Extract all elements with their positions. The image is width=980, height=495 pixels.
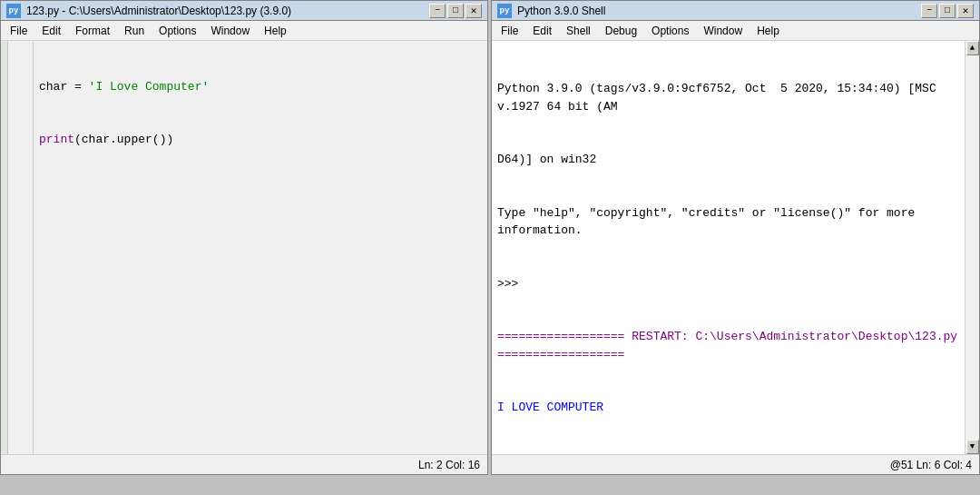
shell-restart-line: ================== RESTART: C:\Users\Adm… <box>497 328 959 363</box>
editor-title: 123.py - C:\Users\Administrator\Desktop\… <box>26 5 291 17</box>
shell-minimize-button[interactable]: − <box>921 4 937 18</box>
editor-menu-format[interactable]: Format <box>70 23 115 39</box>
editor-window-controls: − □ ✕ <box>429 4 482 18</box>
shell-menu-options[interactable]: Options <box>646 23 694 39</box>
shell-window: py Python 3.9.0 Shell − □ ✕ File Edit Sh… <box>491 0 980 475</box>
shell-prompt-1: >>> <box>497 275 959 293</box>
editor-statusbar: Ln: 2 Col: 16 <box>1 454 487 474</box>
editor-code-area[interactable]: char = 'I Love Computer' print(char.uppe… <box>34 41 487 454</box>
editor-minimize-button[interactable]: − <box>429 4 446 18</box>
editor-menu-run[interactable]: Run <box>119 23 150 39</box>
shell-menu-help[interactable]: Help <box>751 23 785 39</box>
shell-close-button[interactable]: ✕ <box>957 4 974 18</box>
shell-body: Python 3.9.0 (tags/v3.9.0:9cf6752, Oct 5… <box>492 41 979 454</box>
editor-gutter <box>1 41 8 454</box>
editor-menu-help[interactable]: Help <box>259 23 292 39</box>
editor-maximize-button[interactable]: □ <box>447 4 464 18</box>
shell-content-area[interactable]: Python 3.9.0 (tags/v3.9.0:9cf6752, Oct 5… <box>492 41 965 454</box>
shell-scrollbar-up[interactable]: ▲ <box>966 41 979 55</box>
shell-titlebar: py Python 3.9.0 Shell − □ ✕ <box>492 1 979 21</box>
shell-icon: py <box>497 4 512 18</box>
shell-position: @51 Ln: 6 Col: 4 <box>890 459 972 471</box>
shell-title: Python 3.9.0 Shell <box>517 5 605 17</box>
shell-maximize-button[interactable]: □ <box>939 4 956 18</box>
code-line-1: char = 'I Love Computer' <box>39 78 482 95</box>
code-line-2: print(char.upper()) <box>39 131 482 148</box>
shell-intro-line1: Python 3.9.0 (tags/v3.9.0:9cf6752, Oct 5… <box>497 80 959 115</box>
editor-menu-window[interactable]: Window <box>205 23 255 39</box>
shell-intro-line2: D64)] on win32 <box>497 151 959 169</box>
shell-titlebar-left: py Python 3.9.0 Shell <box>497 4 605 18</box>
editor-window: py 123.py - C:\Users\Administrator\Deskt… <box>0 0 488 475</box>
editor-titlebar: py 123.py - C:\Users\Administrator\Deskt… <box>1 1 487 21</box>
shell-menu-edit[interactable]: Edit <box>527 23 557 39</box>
shell-window-controls: − □ ✕ <box>921 4 974 18</box>
editor-titlebar-left: py 123.py - C:\Users\Administrator\Deskt… <box>6 4 291 18</box>
editor-body: char = 'I Love Computer' print(char.uppe… <box>1 41 487 454</box>
editor-menu-options[interactable]: Options <box>153 23 201 39</box>
editor-menubar: File Edit Format Run Options Window Help <box>1 21 487 41</box>
shell-scrollbar[interactable]: ▲ ▼ <box>965 41 979 454</box>
shell-statusbar: @51 Ln: 6 Col: 4 <box>492 454 979 474</box>
shell-menu-window[interactable]: Window <box>698 23 748 39</box>
shell-output-line: I LOVE COMPUTER <box>497 399 959 417</box>
editor-menu-file[interactable]: File <box>5 23 33 39</box>
editor-line-numbers <box>8 41 34 454</box>
shell-menu-debug[interactable]: Debug <box>600 23 642 39</box>
shell-menu-file[interactable]: File <box>495 23 524 39</box>
editor-close-button[interactable]: ✕ <box>466 4 482 18</box>
shell-scrollbar-down[interactable]: ▼ <box>966 440 979 454</box>
shell-intro-line3: Type "help", "copyright", "credits" or "… <box>497 204 959 240</box>
editor-menu-edit[interactable]: Edit <box>36 23 66 39</box>
shell-menu-shell[interactable]: Shell <box>561 23 596 39</box>
editor-position: Ln: 2 Col: 16 <box>418 459 480 471</box>
shell-menubar: File Edit Shell Debug Options Window Hel… <box>492 21 979 41</box>
editor-icon: py <box>6 4 21 18</box>
